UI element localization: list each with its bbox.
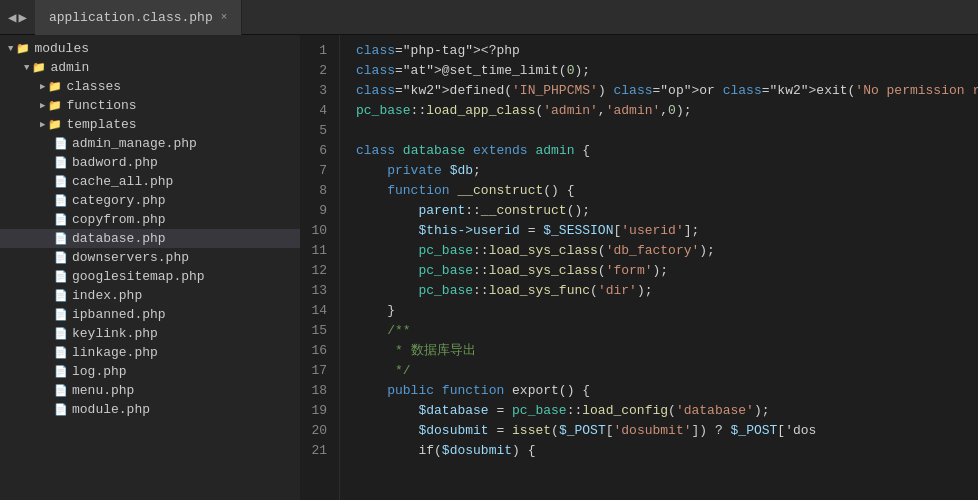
file-icon: 📄 [54, 270, 68, 283]
file-icon: 📄 [54, 232, 68, 245]
folder-arrow-icon: ▼ [24, 63, 29, 73]
code-line: class="at">@set_time_limit(0); [356, 61, 978, 81]
tree-item-downservers.php[interactable]: 📄downservers.php [0, 248, 300, 267]
tree-item-label: category.php [72, 193, 166, 208]
tree-item-label: admin_manage.php [72, 136, 197, 151]
tree-item-label: classes [66, 79, 121, 94]
code-line: $this->userid = $_SESSION['userid']; [356, 221, 978, 241]
folder-arrow-icon: ▶ [40, 119, 45, 130]
tree-item-label: menu.php [72, 383, 134, 398]
line-number: 16 [308, 341, 327, 361]
line-number: 19 [308, 401, 327, 421]
tree-item-admin_manage.php[interactable]: 📄admin_manage.php [0, 134, 300, 153]
code-line: pc_base::load_app_class('admin','admin',… [356, 101, 978, 121]
code-line: pc_base::load_sys_class('form'); [356, 261, 978, 281]
forward-arrow[interactable]: ▶ [18, 9, 26, 26]
file-icon: 📄 [54, 251, 68, 264]
tree-item-modules[interactable]: ▼📁modules [0, 39, 300, 58]
code-editor[interactable]: 123456789101112131415161718192021 class=… [300, 35, 978, 500]
file-icon: 📄 [54, 175, 68, 188]
folder-icon: 📁 [48, 99, 62, 112]
tree-item-label: admin [50, 60, 89, 75]
tree-item-module.php[interactable]: 📄module.php [0, 400, 300, 419]
code-line [356, 121, 978, 141]
tree-item-label: templates [66, 117, 136, 132]
tree-item-label: linkage.php [72, 345, 158, 360]
code-line: pc_base::load_sys_class('db_factory'); [356, 241, 978, 261]
line-number: 6 [308, 141, 327, 161]
code-content: 123456789101112131415161718192021 class=… [300, 35, 978, 500]
nav-arrows[interactable]: ◀ ▶ [0, 9, 35, 26]
file-icon: 📄 [54, 365, 68, 378]
line-number: 15 [308, 321, 327, 341]
tab-label: application.class.php [49, 10, 213, 25]
code-line: parent::__construct(); [356, 201, 978, 221]
back-arrow[interactable]: ◀ [8, 9, 16, 26]
code-line: if($dosubmit) { [356, 441, 978, 461]
file-icon: 📄 [54, 403, 68, 416]
file-tree[interactable]: ▼📁modules▼📁admin▶📁classes▶📁functions▶📁te… [0, 35, 300, 500]
code-line: * 数据库导出 [356, 341, 978, 361]
code-line: /** [356, 321, 978, 341]
tree-item-label: cache_all.php [72, 174, 173, 189]
tree-item-admin[interactable]: ▼📁admin [0, 58, 300, 77]
tree-item-keylink.php[interactable]: 📄keylink.php [0, 324, 300, 343]
line-number: 20 [308, 421, 327, 441]
code-line: pc_base::load_sys_func('dir'); [356, 281, 978, 301]
line-number: 5 [308, 121, 327, 141]
tree-item-label: googlesitemap.php [72, 269, 205, 284]
line-number: 11 [308, 241, 327, 261]
folder-arrow-icon: ▶ [40, 100, 45, 111]
code-line: */ [356, 361, 978, 381]
tab-application-class-php[interactable]: application.class.php× [35, 0, 242, 35]
code-lines[interactable]: class="php-tag"><?phpclass="at">@set_tim… [340, 35, 978, 500]
file-icon: 📄 [54, 327, 68, 340]
code-line: function __construct() { [356, 181, 978, 201]
tree-item-label: index.php [72, 288, 142, 303]
tab-close-button[interactable]: × [221, 12, 228, 23]
tree-item-cache_all.php[interactable]: 📄cache_all.php [0, 172, 300, 191]
tree-item-log.php[interactable]: 📄log.php [0, 362, 300, 381]
code-line: $database = pc_base::load_config('databa… [356, 401, 978, 421]
tree-item-copyfrom.php[interactable]: 📄copyfrom.php [0, 210, 300, 229]
folder-icon: 📁 [48, 80, 62, 93]
line-number: 4 [308, 101, 327, 121]
line-number: 14 [308, 301, 327, 321]
file-icon: 📄 [54, 289, 68, 302]
tree-item-classes[interactable]: ▶📁classes [0, 77, 300, 96]
tab-bar: ◀ ▶ base.php×application.class.php×datab… [0, 0, 978, 35]
tree-item-label: modules [34, 41, 89, 56]
folder-arrow-icon: ▼ [8, 44, 13, 54]
line-number: 12 [308, 261, 327, 281]
line-number: 8 [308, 181, 327, 201]
folder-icon: 📁 [16, 42, 30, 55]
line-number: 1 [308, 41, 327, 61]
tree-item-ipbanned.php[interactable]: 📄ipbanned.php [0, 305, 300, 324]
line-number: 18 [308, 381, 327, 401]
tree-item-badword.php[interactable]: 📄badword.php [0, 153, 300, 172]
line-number: 10 [308, 221, 327, 241]
tree-item-templates[interactable]: ▶📁templates [0, 115, 300, 134]
line-number: 2 [308, 61, 327, 81]
file-icon: 📄 [54, 308, 68, 321]
tree-item-functions[interactable]: ▶📁functions [0, 96, 300, 115]
tree-item-label: keylink.php [72, 326, 158, 341]
code-line: } [356, 301, 978, 321]
code-line: $dosubmit = isset($_POST['dosubmit']) ? … [356, 421, 978, 441]
tree-item-database.php[interactable]: 📄database.php [0, 229, 300, 248]
tree-item-menu.php[interactable]: 📄menu.php [0, 381, 300, 400]
tree-item-index.php[interactable]: 📄index.php [0, 286, 300, 305]
line-numbers: 123456789101112131415161718192021 [300, 35, 340, 500]
code-line: public function export() { [356, 381, 978, 401]
tree-item-label: database.php [72, 231, 166, 246]
tree-item-googlesitemap.php[interactable]: 📄googlesitemap.php [0, 267, 300, 286]
tree-item-category.php[interactable]: 📄category.php [0, 191, 300, 210]
code-line: private $db; [356, 161, 978, 181]
tree-item-label: module.php [72, 402, 150, 417]
tree-item-linkage.php[interactable]: 📄linkage.php [0, 343, 300, 362]
file-icon: 📄 [54, 137, 68, 150]
folder-icon: 📁 [32, 61, 46, 74]
file-icon: 📄 [54, 213, 68, 226]
code-line: class database extends admin { [356, 141, 978, 161]
folder-icon: 📁 [48, 118, 62, 131]
